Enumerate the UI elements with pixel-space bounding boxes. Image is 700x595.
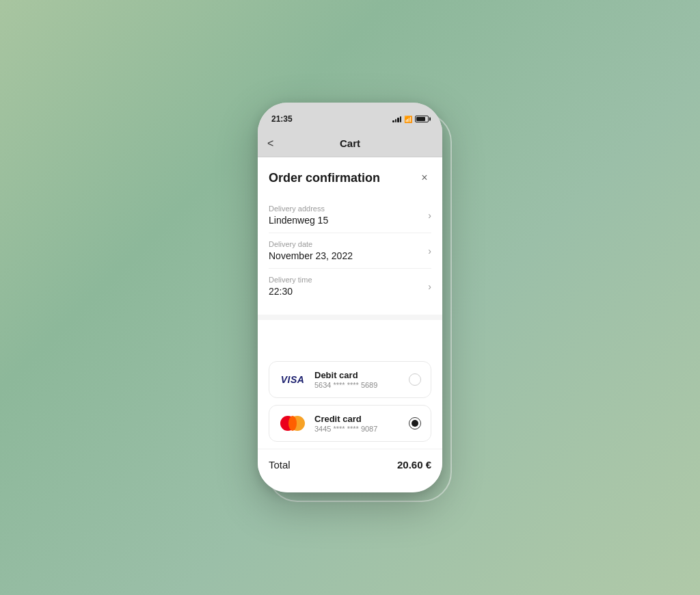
- chevron-right-icon: ›: [428, 281, 431, 292]
- debit-card-number: 5634 **** **** 5689: [314, 381, 401, 389]
- delivery-date-label: Delivery date: [269, 240, 353, 248]
- chevron-right-icon: ›: [428, 246, 431, 256]
- delivery-address-row[interactable]: Delivery address Lindenweg 15 ›: [269, 198, 431, 233]
- status-bar: 21:35 📶: [258, 103, 442, 130]
- delivery-address-label: Delivery address: [269, 204, 328, 213]
- order-confirmation-section: Order confirmation × Delivery address Li…: [258, 157, 442, 320]
- delivery-date-row[interactable]: Delivery date November 23, 2022 ›: [269, 233, 431, 269]
- delivery-time-info: Delivery time 22:30: [269, 276, 312, 297]
- visa-logo: VISA: [279, 371, 306, 388]
- chevron-right-icon: ›: [428, 210, 431, 221]
- credit-card-number: 3445 **** **** 9087: [314, 425, 401, 433]
- main-content: Order confirmation × Delivery address Li…: [258, 157, 442, 492]
- credit-card-info: Credit card 3445 **** **** 9087: [314, 414, 401, 433]
- mastercard-circles: [280, 415, 305, 432]
- delivery-address-info: Delivery address Lindenweg 15: [269, 204, 328, 226]
- debit-card-option[interactable]: VISA Debit card 5634 **** **** 5689: [269, 361, 431, 398]
- credit-card-label: Credit card: [314, 414, 401, 424]
- back-button[interactable]: <: [267, 137, 273, 150]
- delivery-date-value: November 23, 2022: [269, 250, 353, 261]
- payment-section: VISA Debit card 5634 **** **** 5689: [258, 361, 442, 442]
- phone: 21:35 📶 < Cart: [258, 103, 442, 492]
- debit-card-label: Debit card: [314, 370, 401, 380]
- nav-title: Cart: [340, 137, 360, 149]
- wifi-icon: 📶: [404, 116, 412, 123]
- status-icons: 📶: [392, 116, 429, 123]
- signal-bars-icon: [392, 116, 401, 122]
- status-time: 21:35: [271, 114, 293, 124]
- close-button[interactable]: ×: [418, 171, 431, 185]
- content-spacer: [258, 320, 442, 361]
- radio-dot: [412, 420, 418, 427]
- total-label: Total: [269, 459, 291, 471]
- total-bar: Total 20.60 €: [258, 449, 442, 480]
- debit-card-info: Debit card 5634 **** **** 5689: [314, 370, 401, 389]
- delivery-address-value: Lindenweg 15: [269, 215, 328, 226]
- delivery-time-value: 22:30: [269, 286, 312, 297]
- debit-card-radio[interactable]: [409, 373, 421, 386]
- credit-card-radio[interactable]: [409, 417, 421, 429]
- order-header: Order confirmation ×: [269, 171, 431, 185]
- mastercard-logo: [279, 414, 306, 432]
- battery-icon: [415, 116, 429, 122]
- delivery-time-label: Delivery time: [269, 276, 312, 284]
- credit-card-option[interactable]: Credit card 3445 **** **** 9087: [269, 405, 431, 442]
- total-amount: 20.60 €: [397, 459, 431, 471]
- order-title: Order confirmation: [269, 171, 380, 185]
- phone-wrapper: 21:35 📶 < Cart: [258, 103, 442, 492]
- delivery-time-row[interactable]: Delivery time 22:30 ›: [269, 269, 431, 304]
- visa-text: VISA: [281, 374, 305, 385]
- delivery-date-info: Delivery date November 23, 2022: [269, 240, 353, 261]
- nav-bar: < Cart: [258, 130, 442, 157]
